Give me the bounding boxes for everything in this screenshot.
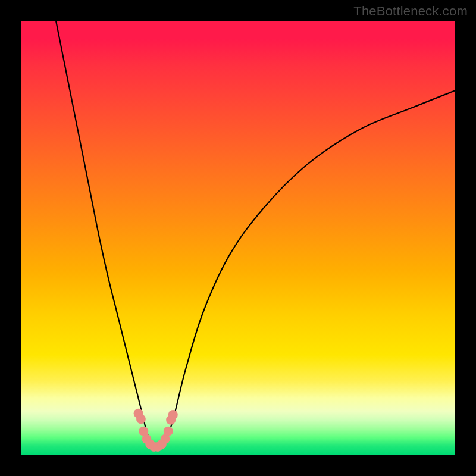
bottleneck-curve [56, 21, 455, 446]
marker-dot [168, 410, 178, 419]
marker-dot [164, 427, 173, 436]
marker-dot [136, 414, 146, 424]
watermark-text: TheBottleneck.com [353, 4, 468, 19]
chart-plot-area [21, 21, 455, 455]
chart-svg [21, 21, 455, 455]
minimum-marker-cluster [134, 409, 178, 452]
